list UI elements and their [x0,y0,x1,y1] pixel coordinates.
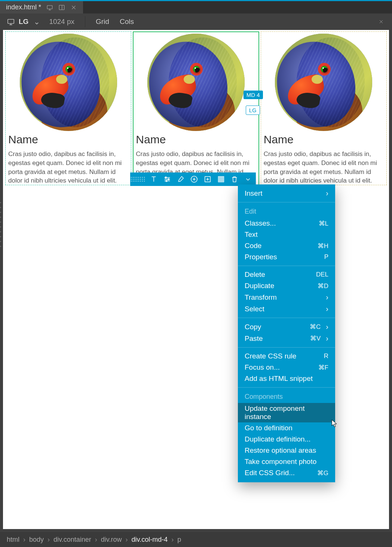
toolbar-separator [85,16,85,27]
close-tab-icon[interactable] [70,4,77,11]
menu-go-to-definition[interactable]: Go to definition [238,422,335,434]
menu-create-css-rule[interactable]: Create CSS ruleR [238,351,335,362]
card-text[interactable]: Cras justo odio, dapibus ac facilisis in… [8,150,128,185]
canvas-wrap: Name Cras justo odio, dapibus ac facilis… [0,30,392,532]
menu-edit-css-grid[interactable]: Edit CSS Grid...⌘G [238,467,335,479]
card-image[interactable] [275,34,372,131]
viewport-px-label: 1024 px [49,18,74,26]
menu-insert[interactable]: Insert › [238,187,335,199]
chevron-right-icon: › [171,536,174,544]
menu-transform[interactable]: Transform› [238,291,335,303]
tab-title: index.html * [6,3,41,11]
svg-rect-1 [59,5,64,10]
menu-add-snippet[interactable]: Add as HTML snippet [238,373,335,384]
chevron-right-icon: › [326,323,328,331]
crumb-body[interactable]: body [29,536,44,544]
tabbar-empty [83,1,392,13]
breadcrumb: html › body › div.container › div.row › … [0,532,392,547]
menu-properties[interactable]: PropertiesP [238,251,335,263]
chevron-right-icon: › [326,293,328,302]
menu-take-photo[interactable]: Take component photo [238,456,335,467]
card-title[interactable]: Name [136,133,256,146]
svg-rect-2 [8,19,14,24]
chevron-right-icon: › [95,536,97,544]
crumb-col[interactable]: div.col-md-4 [131,536,168,544]
chevron-right-icon: › [326,305,328,313]
menu-update-component-instance[interactable]: Update component instance [238,403,335,422]
crumb-row[interactable]: div.row [101,536,122,544]
card-title[interactable]: Name [8,133,128,146]
chevron-down-icon[interactable] [244,175,252,183]
settings-sliders-icon[interactable] [163,175,171,183]
menu-code[interactable]: Code⌘H [238,240,335,251]
drag-handle-icon[interactable] [131,175,144,184]
trash-icon[interactable] [230,175,239,183]
chevron-right-icon: › [326,189,328,198]
selection-action-bar[interactable] [130,172,256,186]
viewport-size-label[interactable]: LG [19,18,28,26]
menu-focus-on[interactable]: Focus on...⌘F [238,362,335,373]
column-3[interactable]: Name Cras justo odio, dapibus ac facilis… [260,31,388,185]
chevron-right-icon: › [23,536,25,544]
crumb-container[interactable]: div.container [53,536,91,544]
menu-restore-optional[interactable]: Restore optional areas [238,445,335,456]
split-view-icon[interactable] [58,4,65,11]
cols-toggle[interactable]: Cols [120,18,134,26]
chevron-right-icon: › [125,536,128,544]
svg-rect-0 [47,5,52,9]
file-tab[interactable]: index.html * [0,1,83,13]
crumb-p[interactable]: p [177,536,181,544]
mouse-cursor-icon [331,419,338,428]
collapsed-panel-handle[interactable] [0,202,2,247]
menu-duplicate-definition[interactable]: Duplicate definition... [238,434,335,445]
device-preview-icon[interactable] [46,4,53,11]
column-badge-md[interactable]: MD 4 [244,91,263,99]
chevron-down-icon[interactable]: ⌄ [34,17,40,26]
chevron-right-icon: › [326,334,328,343]
menu-delete[interactable]: DeleteDEL [238,269,335,280]
row: Name Cras justo odio, dapibus ac facilis… [3,30,389,187]
menu-duplicate[interactable]: Duplicate⌘D [238,280,335,291]
menu-header-components: Components [238,391,335,403]
grid-icon[interactable] [217,175,225,183]
menu-header-edit: Edit [238,205,335,218]
viewport-toolbar: LG ⌄ 1024 px Grid Cols [0,13,392,30]
edit-text-icon[interactable] [150,175,158,183]
grid-toggle[interactable]: Grid [96,18,109,26]
close-panel-icon[interactable] [377,18,385,26]
brush-icon[interactable] [177,175,185,183]
column-1[interactable]: Name Cras justo odio, dapibus ac facilis… [4,31,132,185]
insert-into-icon[interactable] [203,175,212,183]
crumb-html[interactable]: html [7,536,19,544]
column-2-selected[interactable]: MD 4 LG Name Cras justo odio, dapibus ac… [132,31,260,185]
viewport-device-icon[interactable] [7,18,15,26]
card-text[interactable]: Cras justo odio, dapibus ac facilisis in… [264,150,384,185]
chevron-right-icon: › [48,536,50,544]
menu-select[interactable]: Select› [238,303,335,315]
context-menu: Insert › Edit Classes...⌘L Text Code⌘H P… [238,184,335,482]
add-icon[interactable] [190,175,198,183]
menu-copy[interactable]: Copy⌘C› [238,321,335,333]
tab-bar: index.html * [0,0,392,13]
menu-classes[interactable]: Classes...⌘L [238,218,335,229]
menu-paste[interactable]: Paste⌘V› [238,333,335,344]
card-title[interactable]: Name [264,133,384,146]
design-canvas[interactable]: Name Cras justo odio, dapibus ac facilis… [3,30,389,529]
menu-text[interactable]: Text [238,229,335,240]
card-image[interactable] [147,34,245,131]
card-image[interactable] [20,34,117,131]
column-badge-lg[interactable]: LG [246,106,260,115]
